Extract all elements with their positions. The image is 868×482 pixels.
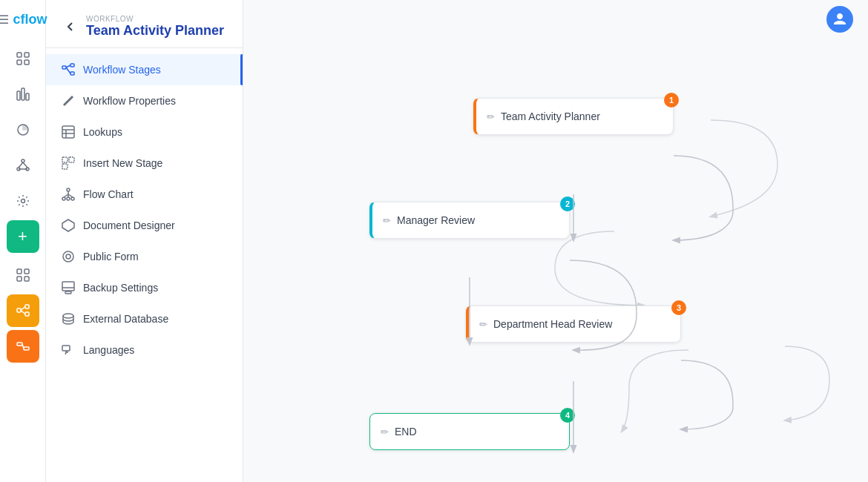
svg-rect-39 [62,164,68,169]
nav-label-public-form: Public Form [83,251,139,263]
nav-item-backup-settings[interactable]: Backup Settings [46,272,243,303]
hamburger-icon[interactable]: ☰ [0,13,9,27]
backup-settings-icon [61,280,76,295]
svg-rect-37 [62,157,68,162]
external-database-icon [61,311,76,326]
svg-rect-19 [17,308,21,312]
sidebar-icon-grid[interactable] [7,259,39,291]
workflow-stages-icon [61,62,76,77]
nav-item-insert-new-stage[interactable]: Insert New Stage [46,148,243,179]
sidebar-icon-orange-active[interactable] [7,330,39,363]
sidebar-icon-analytics[interactable] [7,78,39,110]
svg-point-42 [71,197,74,200]
edit-icon-2: ✏ [383,215,391,226]
svg-point-41 [62,197,65,200]
page-title: Team Activity Planner [86,23,224,39]
svg-rect-3 [24,60,29,65]
svg-rect-29 [70,72,74,75]
svg-rect-27 [62,66,66,69]
svg-rect-54 [62,346,70,351]
svg-line-31 [66,67,70,73]
svg-rect-50 [62,282,74,291]
flow-chart-icon [61,187,76,202]
svg-rect-24 [17,343,22,346]
node-2-badge: 2 [560,197,575,211]
svg-rect-33 [62,126,74,138]
svg-rect-1 [24,53,29,57]
svg-line-46 [68,194,73,197]
svg-point-49 [66,254,70,259]
nav-label-backup-settings: Backup Settings [83,282,158,294]
svg-rect-0 [17,53,22,57]
svg-point-8 [22,159,24,162]
svg-line-23 [21,311,25,314]
sidebar-icon-dashboard[interactable] [7,42,39,75]
svg-rect-2 [17,60,22,65]
edit-icon-3: ✏ [479,319,487,330]
svg-rect-38 [69,157,74,162]
top-bar [243,0,868,39]
nav-label-lookups: Lookups [83,126,122,138]
nav-item-workflow-stages[interactable]: Workflow Stages [46,54,243,85]
nav-item-workflow-properties[interactable]: Workflow Properties [46,85,243,116]
svg-line-12 [23,162,27,168]
document-designer-icon [61,218,76,233]
languages-icon [61,343,76,357]
svg-rect-16 [24,269,29,274]
svg-point-14 [21,199,24,203]
nav-item-document-designer[interactable]: Document Designer [46,210,243,241]
svg-rect-52 [65,291,71,294]
add-button[interactable]: + [7,220,39,253]
plus-icon: + [18,227,27,246]
workflow-properties-icon [61,93,76,108]
nav-item-lookups[interactable]: Lookups [46,116,243,148]
flow-node-3[interactable]: ✏ Department Head Review 3 [466,306,681,343]
svg-line-32 [70,98,71,99]
flow-node-2[interactable]: ✏ Manager Review 2 [369,202,570,239]
svg-rect-28 [70,64,74,67]
svg-rect-18 [24,277,29,281]
nav-item-external-database[interactable]: External Database [46,303,243,334]
logo-area: ☰ cflow [0,6,45,36]
sidebar-icon-nodes[interactable] [7,149,39,182]
svg-line-26 [22,344,24,349]
node-4-label: END [395,426,417,438]
node-1-label: Team Activity Planner [501,110,600,122]
icon-sidebar: ☰ cflow + [0,0,46,482]
nav-label-insert-new-stage: Insert New Stage [83,157,162,169]
main-content: ✏ Team Activity Planner 1 ✏ Manager Revi… [243,0,868,482]
sidebar-icon-workflow-active[interactable] [7,294,39,327]
sidebar-icon-chart[interactable] [7,113,39,146]
nav-item-flow-chart[interactable]: Flow Chart [46,179,243,210]
svg-line-11 [19,162,23,168]
flow-node-1[interactable]: ✏ Team Activity Planner 1 [473,98,674,135]
node-4-badge: 4 [560,408,575,423]
nav-item-languages[interactable]: Languages [46,334,243,366]
svg-rect-21 [25,312,29,316]
back-button[interactable] [61,17,80,36]
svg-rect-20 [25,305,29,308]
nav-label-languages: Languages [83,344,134,356]
sidebar-icons: + [7,36,39,482]
lookups-icon [61,125,76,139]
svg-line-45 [64,194,68,197]
nav-label-workflow-properties: Workflow Properties [83,95,176,107]
svg-rect-6 [26,93,29,100]
svg-rect-5 [22,88,24,100]
svg-point-53 [63,314,73,318]
svg-rect-15 [17,269,22,274]
secondary-header: WORKFLOW Team Activity Planner [46,0,243,48]
svg-point-43 [67,197,70,200]
svg-point-40 [67,188,70,191]
sidebar-icon-settings[interactable] [7,185,39,217]
flow-node-4[interactable]: ✏ END 4 [369,413,570,450]
svg-point-48 [63,251,73,262]
node-3-badge: 3 [671,300,686,315]
svg-rect-4 [17,91,20,100]
nav-item-public-form[interactable]: Public Form [46,241,243,272]
node-3-label: Department Head Review [493,318,612,330]
node-1-badge: 1 [664,93,679,108]
public-form-icon [61,249,76,264]
user-avatar[interactable] [826,6,853,33]
edit-icon-4: ✏ [381,426,389,438]
